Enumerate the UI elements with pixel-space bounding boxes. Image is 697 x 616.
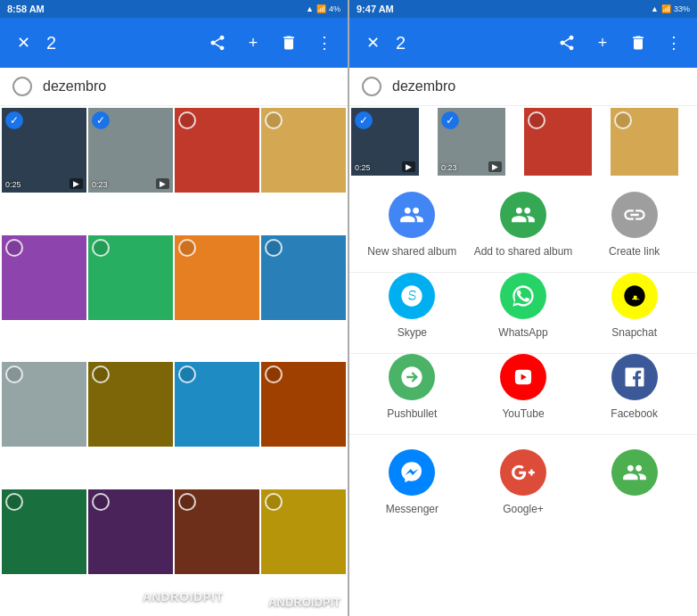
googleplus-label: Google+	[503, 503, 544, 515]
photo-cell-15[interactable]	[175, 489, 259, 574]
photo-circle-4	[265, 111, 283, 129]
left-delete-button[interactable]	[276, 30, 301, 55]
facebook-button[interactable]: Facebook	[578, 354, 690, 420]
battery-text: 4%	[329, 4, 340, 13]
photo-duration-2: 0:23	[92, 180, 108, 189]
right-share-button[interactable]	[554, 30, 579, 55]
unknown-share-button[interactable]	[578, 449, 690, 515]
right-thumb-4[interactable]	[611, 108, 678, 176]
right-signal-icon: 📶	[661, 4, 671, 13]
right-album-title: dezembro	[392, 78, 455, 94]
photo-cell-7[interactable]	[175, 235, 259, 320]
unknown-share-icon	[611, 449, 658, 496]
pushbullet-label: Pushbullet	[387, 407, 437, 420]
right-thumb-1[interactable]: ✓ 0:25 ▶	[351, 108, 419, 176]
create-link-label: Create link	[609, 245, 660, 258]
googleplus-button[interactable]: Google+	[468, 449, 579, 515]
snapchat-button[interactable]: Snapchat	[578, 273, 690, 339]
new-shared-album-label: New shared album	[367, 245, 456, 258]
photo-circle-15	[178, 493, 196, 511]
messenger-label: Messenger	[386, 503, 439, 515]
right-album-checkbox[interactable]	[362, 77, 381, 96]
photo-cell-8[interactable]	[261, 235, 346, 320]
skype-button[interactable]: Skype	[357, 273, 468, 339]
photo-cell-2[interactable]: ✓ 0:23 ▶	[88, 108, 173, 193]
share-sheet: New shared album Add to shared album Cre…	[349, 177, 697, 616]
right-top-bar: ✕ 2 + ⋮	[349, 18, 697, 68]
skype-icon	[389, 273, 435, 319]
new-shared-album-icon	[389, 192, 435, 238]
left-top-bar: ✕ 2 + ⋮	[0, 18, 348, 68]
photo-cell-10[interactable]	[88, 362, 173, 447]
left-status-icons: ▲ 📶 4%	[306, 4, 340, 13]
photo-cell-3[interactable]	[175, 108, 259, 193]
photo-cell-14[interactable]	[88, 489, 173, 574]
photo-circle-14	[92, 493, 110, 511]
photo-cell-13[interactable]	[2, 489, 86, 574]
create-link-icon	[611, 192, 658, 238]
youtube-icon	[500, 354, 546, 400]
right-album-header: dezembro	[349, 68, 697, 106]
whatsapp-button[interactable]: WhatsApp	[468, 273, 579, 339]
right-more-button[interactable]: ⋮	[661, 30, 686, 55]
photo-video-2: ▶	[156, 178, 169, 189]
create-link-button[interactable]: Create link	[578, 192, 690, 258]
right-check-2: ✓	[441, 111, 459, 129]
photo-cell-6[interactable]	[88, 235, 173, 320]
left-panel: 8:58 AM ▲ 📶 4% ✕ 2 + ⋮ dezembro	[0, 0, 348, 616]
photo-check-1: ✓	[5, 111, 23, 129]
right-delete-button[interactable]	[626, 30, 651, 55]
left-more-button[interactable]: ⋮	[312, 30, 337, 55]
left-add-button[interactable]: +	[241, 30, 266, 55]
photo-circle-11	[178, 365, 196, 383]
left-close-button[interactable]: ✕	[11, 30, 36, 55]
right-add-button[interactable]: +	[590, 30, 615, 55]
signal-icon: 📶	[316, 4, 326, 13]
photo-cell-16[interactable]	[261, 489, 346, 574]
youtube-label: YouTube	[502, 407, 544, 420]
right-thumb-3[interactable]	[524, 108, 592, 176]
wifi-icon: ▲	[306, 4, 314, 13]
add-shared-album-icon	[500, 192, 546, 238]
right-status-bar: 9:47 AM ▲ 📶 33%	[349, 0, 697, 18]
messenger-button[interactable]: Messenger	[357, 449, 468, 515]
right-time: 9:47 AM	[357, 4, 394, 14]
photo-circle-12	[265, 365, 283, 383]
left-status-bar: 8:58 AM ▲ 📶 4%	[0, 0, 348, 18]
whatsapp-icon	[500, 273, 546, 319]
photo-video-1: ▶	[70, 178, 83, 189]
youtube-button[interactable]: YouTube	[468, 354, 579, 420]
photo-circle-7	[178, 239, 196, 257]
messenger-icon	[389, 449, 435, 496]
photo-circle-6	[92, 239, 110, 257]
share-row-3: Pushbullet YouTube Facebook	[349, 354, 697, 435]
photo-circle-3	[178, 111, 196, 129]
photo-cell-4[interactable]	[261, 108, 346, 193]
photo-circle-13	[5, 493, 23, 511]
photo-check-2: ✓	[92, 111, 110, 129]
right-battery-text: 33%	[674, 4, 690, 13]
photo-circle-16	[265, 493, 283, 511]
left-share-button[interactable]	[205, 30, 230, 55]
photo-cell-12[interactable]	[261, 362, 346, 447]
whatsapp-label: WhatsApp	[498, 326, 547, 339]
right-thumb-2[interactable]: ✓ 0:23 ▶	[438, 108, 505, 176]
right-selected-count: 2	[396, 33, 406, 53]
share-row-1: New shared album Add to shared album Cre…	[349, 177, 697, 273]
add-shared-album-button[interactable]: Add to shared album	[468, 192, 579, 258]
photo-cell-5[interactable]	[2, 235, 86, 320]
right-wifi-icon: ▲	[651, 4, 659, 13]
googleplus-icon	[500, 449, 546, 496]
new-shared-album-button[interactable]: New shared album	[357, 192, 468, 258]
skype-label: Skype	[398, 326, 427, 339]
photo-cell-11[interactable]	[175, 362, 259, 447]
photo-cell-1[interactable]: ✓ 0:25 ▶	[2, 108, 86, 193]
photo-circle-9	[5, 365, 23, 383]
add-shared-album-label: Add to shared album	[474, 245, 573, 258]
pushbullet-button[interactable]: Pushbullet	[357, 354, 468, 420]
snapchat-label: Snapchat	[611, 326, 657, 339]
right-close-button[interactable]: ✕	[360, 30, 385, 55]
share-row-2: Skype WhatsApp Snapchat	[349, 273, 697, 354]
photo-cell-9[interactable]	[2, 362, 86, 447]
left-album-checkbox[interactable]	[12, 77, 32, 96]
